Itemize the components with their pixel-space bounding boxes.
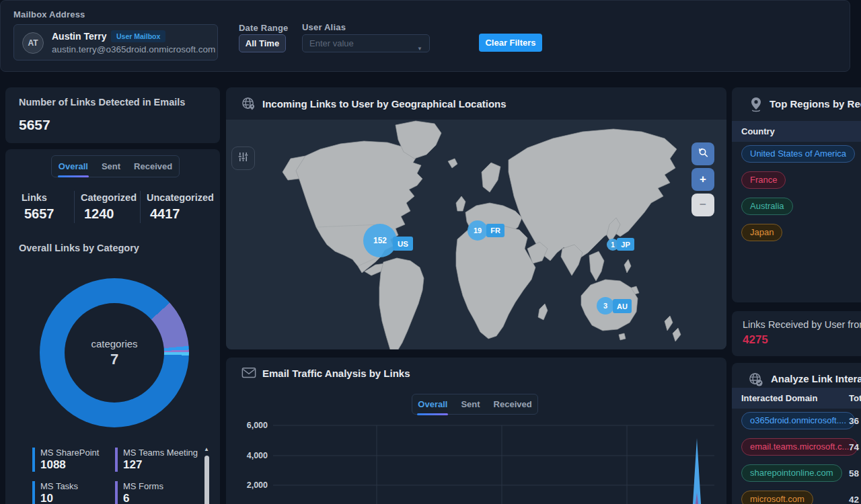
chevron-down-icon: ▼	[417, 40, 422, 57]
map-zoom-reset-button[interactable]	[691, 142, 714, 165]
user-alias-placeholder: Enter value	[309, 38, 354, 48]
domain-chip-teams[interactable]: email.teams.microsoft.c...	[741, 438, 858, 456]
user-alias-select[interactable]: Enter value ▼	[302, 34, 430, 52]
mailbox-address-label: Mailbox Address	[13, 9, 85, 19]
traffic-tab-received[interactable]: Received	[487, 399, 539, 409]
map-bubble-au[interactable]: 3	[597, 297, 614, 314]
legend-scrollbar[interactable]	[204, 456, 209, 504]
date-range-button[interactable]: All Time	[239, 34, 286, 52]
stat-links-label: Links	[22, 192, 47, 203]
stat-divider	[74, 191, 75, 223]
y-tick-2000: 2,000	[247, 480, 268, 490]
country-chip-france[interactable]: France	[741, 171, 786, 189]
user-mailbox-badge: User Mailbox	[111, 30, 165, 42]
traffic-chart: 6,000 4,000 2,000	[226, 420, 726, 504]
legend-ms-teams-meeting: MS Teams Meeting 127	[115, 448, 202, 472]
map-bubble-us[interactable]: 152	[363, 224, 397, 257]
legend-ms-tasks: MS Tasks 10	[32, 481, 120, 504]
stat-categorized-label: Categorized	[81, 192, 137, 203]
map-chip-jp[interactable]: JP	[617, 238, 634, 251]
map-bubble-fr[interactable]: 19	[467, 220, 488, 241]
domain-chip-microsoft[interactable]: microsoft.com	[741, 491, 813, 504]
tab-sent[interactable]: Sent	[95, 161, 127, 171]
summary-tabs: Overall Sent Received	[51, 155, 180, 177]
country-chip-australia[interactable]: Australia	[741, 198, 793, 215]
scroll-up-icon[interactable]: ▲	[204, 446, 209, 452]
total-interactions-column: Total Interactions	[849, 393, 861, 403]
donut-center: categories 7	[65, 303, 164, 403]
links-detected-value: 5657	[19, 117, 50, 133]
links-received-title: Links Received by User from Unknown Send…	[743, 319, 861, 330]
map-chip-us[interactable]: US	[393, 237, 413, 251]
globe-check-icon	[748, 372, 763, 390]
magnifier-reset-icon	[697, 146, 709, 162]
top-regions-title: Top Regions by Received Links	[770, 98, 861, 110]
domain-chip-sharepoint[interactable]: sharepointonline.com	[741, 464, 842, 482]
tab-received[interactable]: Received	[127, 161, 179, 171]
avatar: AT	[22, 32, 44, 54]
interactions-title: Analyze Link Interactions	[771, 373, 861, 384]
traffic-tab-sent[interactable]: Sent	[454, 399, 486, 409]
dashboard: Mailbox Address AT Austin Terry User Mai…	[0, 0, 861, 504]
stat-links-value: 5657	[24, 206, 54, 222]
links-received-value: 4275	[743, 333, 768, 347]
geo-map-panel: Incoming Links to User by Geographical L…	[226, 87, 726, 349]
globe-pin-icon	[241, 96, 256, 114]
links-summary-panel: Overall Sent Received Links 5657 Categor…	[5, 149, 220, 504]
domain-total: 36	[849, 416, 859, 426]
stat-uncategorized-value: 4417	[150, 206, 180, 222]
traffic-tab-overall[interactable]: Overall	[411, 399, 454, 409]
interactions-panel: Analyze Link Interactions Interacted Dom…	[732, 363, 861, 504]
top-regions-panel: Top Regions by Received Links Country Un…	[732, 87, 861, 302]
legend-ms-sharepoint: MS SharePoint 1088	[32, 448, 120, 472]
category-chart-title: Overall Links by Category	[19, 243, 139, 253]
donut-center-value: 7	[110, 351, 118, 368]
map-chip-fr[interactable]: FR	[486, 224, 504, 237]
country-chip-usa[interactable]: United States of America	[741, 145, 855, 163]
map-chip-au[interactable]: AU	[613, 299, 632, 313]
y-tick-4000: 4,000	[247, 451, 268, 460]
interacted-domain-column: Interacted Domain	[741, 393, 817, 403]
sliders-icon	[237, 151, 249, 165]
links-detected-panel: Number of Links Detected in Emails 5657	[5, 87, 220, 143]
clear-filters-button[interactable]: Clear Filters	[479, 34, 542, 52]
links-detected-title: Number of Links Detected in Emails	[19, 97, 185, 108]
traffic-title: Email Traffic Analysis by Links	[262, 368, 410, 379]
links-received-panel: Links Received by User from Unknown Send…	[732, 311, 861, 356]
mailbox-card[interactable]: AT Austin Terry User Mailbox austin.terr…	[13, 24, 218, 60]
domain-chip-o365droid[interactable]: o365droid.onmicrosoft....	[741, 412, 855, 429]
domain-total: 58	[849, 468, 859, 478]
map-filter-button[interactable]	[231, 146, 255, 170]
map-zoom-out-button[interactable]: −	[691, 194, 714, 216]
traffic-tabs: Overall Sent Received	[412, 394, 538, 415]
user-alias-label: User Alias	[302, 22, 346, 32]
y-tick-6000: 6,000	[247, 421, 268, 430]
envelope-icon	[241, 367, 256, 382]
regions-table-header: Country	[732, 121, 861, 142]
tab-overall[interactable]: Overall	[52, 161, 95, 171]
map-zoom-in-button[interactable]: +	[691, 168, 714, 191]
donut-center-label: categories	[91, 338, 137, 349]
domain-total: 74	[849, 442, 859, 452]
location-pin-icon	[749, 97, 763, 115]
date-range-label: Date Range	[239, 23, 289, 33]
legend-ms-forms: MS Forms 6	[115, 481, 202, 504]
country-column-header: Country	[741, 126, 775, 136]
user-email: austin.terry@o365droid.onmicrosoft.com	[52, 44, 215, 54]
stat-uncategorized-label: Uncategorized	[147, 192, 214, 203]
filter-bar: Mailbox Address AT Austin Terry User Mai…	[0, 0, 850, 72]
domain-total: 42	[849, 495, 859, 504]
map-title: Incoming Links to User by Geographical L…	[262, 98, 507, 110]
country-chip-japan[interactable]: Japan	[741, 224, 782, 241]
user-name: Austin Terry	[52, 31, 106, 42]
interactions-table-header: Interacted Domain Total Interactions	[732, 388, 861, 409]
category-donut: categories 7	[40, 278, 189, 427]
world-map[interactable]: + − 152 US 19 FR 1 JP 3 AU	[226, 120, 726, 349]
stat-divider	[140, 191, 141, 223]
stat-categorized-value: 1240	[84, 206, 114, 222]
email-traffic-panel: Email Traffic Analysis by Links Overall …	[226, 358, 726, 504]
